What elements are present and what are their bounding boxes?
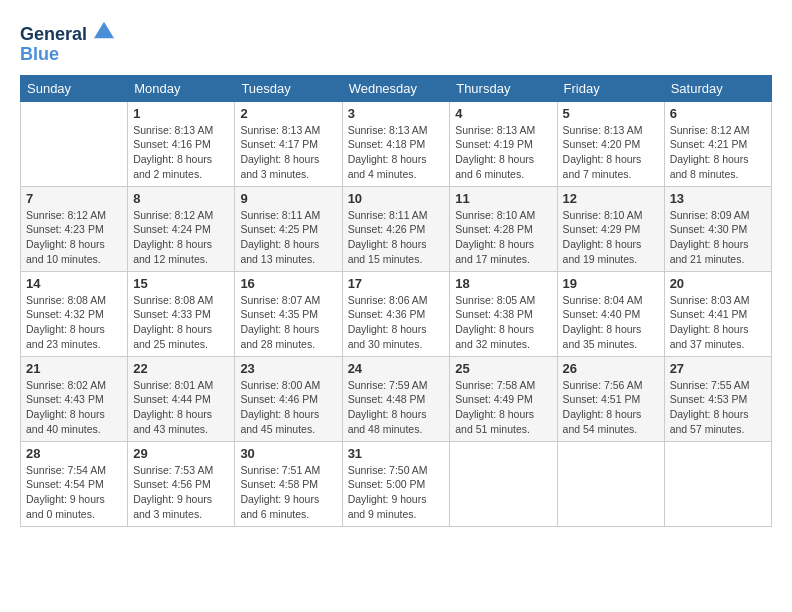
week-row-1: 7Sunrise: 8:12 AM Sunset: 4:23 PM Daylig… xyxy=(21,186,772,271)
day-info: Sunrise: 8:08 AM Sunset: 4:33 PM Dayligh… xyxy=(133,293,229,352)
calendar: SundayMondayTuesdayWednesdayThursdayFrid… xyxy=(20,75,772,527)
day-info: Sunrise: 7:56 AM Sunset: 4:51 PM Dayligh… xyxy=(563,378,659,437)
logo-blue: Blue xyxy=(20,45,114,65)
day-info: Sunrise: 7:59 AM Sunset: 4:48 PM Dayligh… xyxy=(348,378,445,437)
calendar-cell: 26Sunrise: 7:56 AM Sunset: 4:51 PM Dayli… xyxy=(557,356,664,441)
day-number: 11 xyxy=(455,191,551,206)
day-info: Sunrise: 7:55 AM Sunset: 4:53 PM Dayligh… xyxy=(670,378,766,437)
calendar-cell: 11Sunrise: 8:10 AM Sunset: 4:28 PM Dayli… xyxy=(450,186,557,271)
weekday-tuesday: Tuesday xyxy=(235,75,342,101)
day-number: 13 xyxy=(670,191,766,206)
week-row-0: 1Sunrise: 8:13 AM Sunset: 4:16 PM Daylig… xyxy=(21,101,772,186)
logo-icon xyxy=(94,20,114,40)
calendar-cell: 14Sunrise: 8:08 AM Sunset: 4:32 PM Dayli… xyxy=(21,271,128,356)
logo-text: General xyxy=(20,20,114,45)
weekday-header-row: SundayMondayTuesdayWednesdayThursdayFrid… xyxy=(21,75,772,101)
day-number: 6 xyxy=(670,106,766,121)
week-row-4: 28Sunrise: 7:54 AM Sunset: 4:54 PM Dayli… xyxy=(21,441,772,526)
calendar-cell: 9Sunrise: 8:11 AM Sunset: 4:25 PM Daylig… xyxy=(235,186,342,271)
day-number: 27 xyxy=(670,361,766,376)
calendar-cell: 19Sunrise: 8:04 AM Sunset: 4:40 PM Dayli… xyxy=(557,271,664,356)
day-info: Sunrise: 7:58 AM Sunset: 4:49 PM Dayligh… xyxy=(455,378,551,437)
calendar-cell xyxy=(557,441,664,526)
calendar-cell: 13Sunrise: 8:09 AM Sunset: 4:30 PM Dayli… xyxy=(664,186,771,271)
weekday-monday: Monday xyxy=(128,75,235,101)
day-number: 4 xyxy=(455,106,551,121)
calendar-cell: 3Sunrise: 8:13 AM Sunset: 4:18 PM Daylig… xyxy=(342,101,450,186)
weekday-sunday: Sunday xyxy=(21,75,128,101)
day-info: Sunrise: 8:10 AM Sunset: 4:29 PM Dayligh… xyxy=(563,208,659,267)
calendar-cell: 28Sunrise: 7:54 AM Sunset: 4:54 PM Dayli… xyxy=(21,441,128,526)
calendar-cell: 23Sunrise: 8:00 AM Sunset: 4:46 PM Dayli… xyxy=(235,356,342,441)
day-number: 15 xyxy=(133,276,229,291)
day-number: 12 xyxy=(563,191,659,206)
calendar-cell: 17Sunrise: 8:06 AM Sunset: 4:36 PM Dayli… xyxy=(342,271,450,356)
calendar-cell: 16Sunrise: 8:07 AM Sunset: 4:35 PM Dayli… xyxy=(235,271,342,356)
day-number: 24 xyxy=(348,361,445,376)
calendar-cell: 25Sunrise: 7:58 AM Sunset: 4:49 PM Dayli… xyxy=(450,356,557,441)
weekday-saturday: Saturday xyxy=(664,75,771,101)
day-number: 5 xyxy=(563,106,659,121)
day-info: Sunrise: 8:06 AM Sunset: 4:36 PM Dayligh… xyxy=(348,293,445,352)
day-number: 7 xyxy=(26,191,122,206)
header: General Blue xyxy=(20,20,772,65)
calendar-cell: 27Sunrise: 7:55 AM Sunset: 4:53 PM Dayli… xyxy=(664,356,771,441)
day-number: 20 xyxy=(670,276,766,291)
calendar-cell: 15Sunrise: 8:08 AM Sunset: 4:33 PM Dayli… xyxy=(128,271,235,356)
day-info: Sunrise: 8:13 AM Sunset: 4:17 PM Dayligh… xyxy=(240,123,336,182)
weekday-wednesday: Wednesday xyxy=(342,75,450,101)
calendar-cell xyxy=(21,101,128,186)
calendar-cell: 10Sunrise: 8:11 AM Sunset: 4:26 PM Dayli… xyxy=(342,186,450,271)
calendar-cell: 21Sunrise: 8:02 AM Sunset: 4:43 PM Dayli… xyxy=(21,356,128,441)
calendar-cell: 24Sunrise: 7:59 AM Sunset: 4:48 PM Dayli… xyxy=(342,356,450,441)
day-info: Sunrise: 8:10 AM Sunset: 4:28 PM Dayligh… xyxy=(455,208,551,267)
day-info: Sunrise: 8:12 AM Sunset: 4:21 PM Dayligh… xyxy=(670,123,766,182)
day-info: Sunrise: 8:11 AM Sunset: 4:26 PM Dayligh… xyxy=(348,208,445,267)
page: General Blue SundayMondayTuesdayWednesda… xyxy=(0,0,792,612)
day-info: Sunrise: 7:51 AM Sunset: 4:58 PM Dayligh… xyxy=(240,463,336,522)
day-info: Sunrise: 8:01 AM Sunset: 4:44 PM Dayligh… xyxy=(133,378,229,437)
day-number: 31 xyxy=(348,446,445,461)
day-info: Sunrise: 8:12 AM Sunset: 4:24 PM Dayligh… xyxy=(133,208,229,267)
day-number: 22 xyxy=(133,361,229,376)
day-info: Sunrise: 8:13 AM Sunset: 4:20 PM Dayligh… xyxy=(563,123,659,182)
calendar-cell: 30Sunrise: 7:51 AM Sunset: 4:58 PM Dayli… xyxy=(235,441,342,526)
day-number: 28 xyxy=(26,446,122,461)
day-number: 16 xyxy=(240,276,336,291)
logo: General Blue xyxy=(20,20,114,65)
day-number: 10 xyxy=(348,191,445,206)
weekday-thursday: Thursday xyxy=(450,75,557,101)
day-number: 17 xyxy=(348,276,445,291)
day-info: Sunrise: 8:08 AM Sunset: 4:32 PM Dayligh… xyxy=(26,293,122,352)
calendar-cell: 8Sunrise: 8:12 AM Sunset: 4:24 PM Daylig… xyxy=(128,186,235,271)
day-number: 9 xyxy=(240,191,336,206)
calendar-cell: 18Sunrise: 8:05 AM Sunset: 4:38 PM Dayli… xyxy=(450,271,557,356)
day-info: Sunrise: 7:53 AM Sunset: 4:56 PM Dayligh… xyxy=(133,463,229,522)
day-number: 1 xyxy=(133,106,229,121)
day-info: Sunrise: 8:13 AM Sunset: 4:18 PM Dayligh… xyxy=(348,123,445,182)
day-number: 30 xyxy=(240,446,336,461)
calendar-cell: 31Sunrise: 7:50 AM Sunset: 5:00 PM Dayli… xyxy=(342,441,450,526)
day-number: 21 xyxy=(26,361,122,376)
day-info: Sunrise: 8:04 AM Sunset: 4:40 PM Dayligh… xyxy=(563,293,659,352)
calendar-cell: 22Sunrise: 8:01 AM Sunset: 4:44 PM Dayli… xyxy=(128,356,235,441)
calendar-cell: 29Sunrise: 7:53 AM Sunset: 4:56 PM Dayli… xyxy=(128,441,235,526)
day-info: Sunrise: 8:00 AM Sunset: 4:46 PM Dayligh… xyxy=(240,378,336,437)
day-number: 26 xyxy=(563,361,659,376)
day-info: Sunrise: 8:13 AM Sunset: 4:19 PM Dayligh… xyxy=(455,123,551,182)
day-number: 25 xyxy=(455,361,551,376)
calendar-cell: 6Sunrise: 8:12 AM Sunset: 4:21 PM Daylig… xyxy=(664,101,771,186)
day-info: Sunrise: 8:13 AM Sunset: 4:16 PM Dayligh… xyxy=(133,123,229,182)
day-number: 29 xyxy=(133,446,229,461)
day-info: Sunrise: 8:09 AM Sunset: 4:30 PM Dayligh… xyxy=(670,208,766,267)
day-number: 18 xyxy=(455,276,551,291)
calendar-cell: 4Sunrise: 8:13 AM Sunset: 4:19 PM Daylig… xyxy=(450,101,557,186)
day-info: Sunrise: 8:03 AM Sunset: 4:41 PM Dayligh… xyxy=(670,293,766,352)
week-row-3: 21Sunrise: 8:02 AM Sunset: 4:43 PM Dayli… xyxy=(21,356,772,441)
calendar-cell: 5Sunrise: 8:13 AM Sunset: 4:20 PM Daylig… xyxy=(557,101,664,186)
weekday-friday: Friday xyxy=(557,75,664,101)
calendar-cell: 20Sunrise: 8:03 AM Sunset: 4:41 PM Dayli… xyxy=(664,271,771,356)
calendar-cell: 2Sunrise: 8:13 AM Sunset: 4:17 PM Daylig… xyxy=(235,101,342,186)
day-info: Sunrise: 8:07 AM Sunset: 4:35 PM Dayligh… xyxy=(240,293,336,352)
day-info: Sunrise: 7:50 AM Sunset: 5:00 PM Dayligh… xyxy=(348,463,445,522)
